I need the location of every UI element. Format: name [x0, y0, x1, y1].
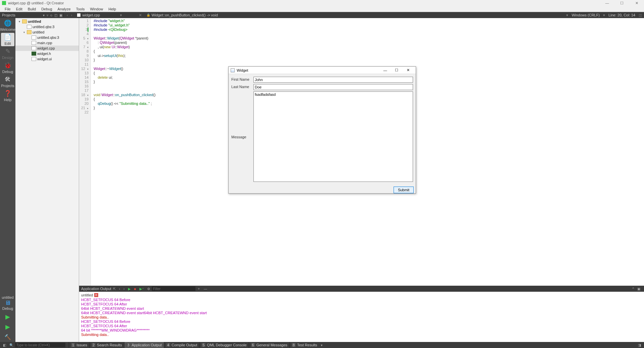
- breadcrumb[interactable]: 🔒 Widget::on_pushButton_clicked() -> voi…: [144, 13, 566, 17]
- mode-debug[interactable]: 🐞Debug: [1, 61, 14, 74]
- mode-edit[interactable]: 📄Edit: [1, 33, 14, 46]
- output-header: Application Output ⇱ ‹ › ▶ ■ ▶⁺ ⚙ ＋ — ^ …: [79, 286, 644, 292]
- editor-tab[interactable]: widget.cpp ▾ ✕: [75, 13, 144, 17]
- more-outputs-icon[interactable]: ▾: [319, 343, 324, 347]
- help-icon: ❓: [4, 90, 11, 97]
- output-filter-input[interactable]: [152, 286, 195, 291]
- widget-close-button[interactable]: ✕: [402, 67, 414, 74]
- os-titlebar: widget.cpp @ untitled - Qt Creator — ☐ ✕: [0, 0, 644, 6]
- code-body[interactable]: #include "widget.h"#include "ui_widget.h…: [91, 18, 158, 286]
- output-body[interactable]: untitled ✕ HCBT_SETFOCUS 64 Before HCBT_…: [79, 292, 644, 342]
- hammer-icon: 🔨: [4, 334, 11, 340]
- output-line: HCBT_SETFOCUS 64 Before: [81, 320, 642, 324]
- run-debug-button[interactable]: ▶: [0, 322, 15, 332]
- cursor-position[interactable]: Line: 20, Col: 14: [608, 13, 635, 17]
- split-icon[interactable]: ◫: [53, 13, 58, 17]
- mode-projects[interactable]: 🛠Projects: [1, 75, 14, 88]
- edit-icon: 📄: [4, 33, 11, 41]
- run-button[interactable]: ▶: [0, 312, 15, 322]
- menu-window[interactable]: Window: [87, 7, 106, 11]
- message-textarea[interactable]: [253, 91, 413, 182]
- output-tab[interactable]: untitled ✕: [81, 292, 642, 298]
- kit-config: Debug: [2, 306, 13, 310]
- nav-forward-button[interactable]: ›: [70, 13, 73, 17]
- menu-build[interactable]: Build: [25, 7, 39, 11]
- output-rerun-icon[interactable]: ▶⁺: [138, 287, 145, 291]
- status-tab-application-output[interactable]: 3Application Output: [124, 342, 164, 348]
- dropdown-icon[interactable]: ▾: [120, 13, 122, 17]
- projects-label: Projects: [2, 13, 15, 17]
- twisty-icon[interactable]: ▾: [23, 31, 27, 34]
- menu-analyze[interactable]: Analyze: [55, 7, 73, 11]
- dropdown-icon[interactable]: ▾: [566, 13, 568, 17]
- output-tab-label: untitled: [81, 293, 93, 297]
- menu-edit[interactable]: Edit: [13, 7, 25, 11]
- editor-tab-label: widget.cpp: [82, 13, 100, 17]
- widget-maximize-button[interactable]: ☐: [391, 67, 402, 74]
- output-stop-icon[interactable]: ■: [132, 287, 138, 291]
- menu-help[interactable]: Help: [106, 7, 119, 11]
- tree-item[interactable]: widget.h: [15, 51, 79, 56]
- tree-item[interactable]: widget.ui: [15, 56, 79, 62]
- mode-sidebar: 🌐Welcome📄Edit✎Design🐞Debug🛠Projects❓Help…: [0, 18, 15, 342]
- tree-item[interactable]: widget.cpp: [15, 46, 79, 51]
- encoding-label[interactable]: Windows (CRLF): [572, 13, 600, 17]
- widget-window[interactable]: Widget — ☐ ✕ First Name Last Name Messag…: [228, 66, 416, 194]
- close-output-tab-button[interactable]: ✕: [94, 293, 98, 297]
- output-settings-icon[interactable]: ⚙: [145, 287, 152, 291]
- minimize-button[interactable]: —: [600, 0, 614, 6]
- output-title: Application Output: [81, 287, 111, 291]
- status-tab-search-results[interactable]: 2Search Results: [89, 342, 124, 348]
- output-prev-icon[interactable]: ‹: [117, 287, 122, 291]
- toggle-sidebar-icon[interactable]: ◧: [1, 343, 8, 347]
- last-name-input[interactable]: [253, 84, 413, 90]
- output-add-icon[interactable]: ＋: [195, 286, 202, 291]
- tree-item[interactable]: untitled.qbs:3: [15, 24, 79, 29]
- projects-icon: 🛠: [5, 76, 11, 83]
- status-tab-general-messages[interactable]: 6General Messages: [249, 342, 289, 348]
- status-tab-issues[interactable]: 1Issues: [69, 342, 89, 348]
- nav-arrows: ‹ ›: [64, 13, 75, 17]
- close-tab-button[interactable]: ✕: [139, 13, 142, 17]
- output-next-icon[interactable]: ›: [122, 287, 126, 291]
- widget-form: First Name Last Name Message: [229, 74, 416, 185]
- output-run-icon[interactable]: ▶: [126, 287, 132, 291]
- widget-minimize-button[interactable]: —: [379, 67, 391, 74]
- output-attach-icon[interactable]: ⇱: [111, 287, 117, 291]
- kit-name: untitled: [2, 295, 13, 299]
- menu-debug[interactable]: Debug: [39, 7, 55, 11]
- build-button[interactable]: 🔨: [0, 332, 15, 342]
- submit-button[interactable]: Submit: [394, 187, 414, 193]
- close-button[interactable]: ✕: [629, 0, 644, 6]
- mode-welcome[interactable]: 🌐Welcome: [1, 19, 14, 32]
- close-pane-icon[interactable]: ▣: [58, 13, 63, 17]
- filter-funnel-icon[interactable]: ▿: [46, 13, 49, 17]
- output-remove-icon[interactable]: —: [202, 287, 209, 291]
- nav-back-button[interactable]: ‹: [66, 13, 69, 17]
- tree-item[interactable]: untitled.qbs:3: [15, 35, 79, 40]
- menu-tools[interactable]: Tools: [73, 7, 87, 11]
- mode-help[interactable]: ❓Help: [1, 89, 14, 102]
- tree-item[interactable]: ▾untitled: [15, 29, 79, 35]
- status-tab-test-results[interactable]: 8Test Results: [289, 342, 319, 348]
- tree-item[interactable]: ▾untitled: [15, 19, 79, 24]
- locator-input[interactable]: [15, 343, 65, 347]
- link-icon[interactable]: ⎋: [49, 13, 53, 17]
- twisty-icon[interactable]: ▾: [19, 20, 22, 23]
- filter-icon[interactable]: ▾: [42, 13, 46, 17]
- toggle-right-sidebar-icon[interactable]: ◨: [636, 343, 643, 347]
- split-editor-icon[interactable]: ◫: [639, 13, 642, 17]
- project-tree[interactable]: ▾untitleduntitled.qbs:3▾untitleduntitled…: [15, 18, 79, 342]
- status-tab-compile-output[interactable]: 4Compile Output: [164, 342, 199, 348]
- dropdown-icon[interactable]: ▾: [603, 13, 605, 17]
- search-icon[interactable]: 🔍: [8, 343, 15, 347]
- tree-item[interactable]: main.cpp: [15, 40, 79, 46]
- output-maximize-icon[interactable]: ^: [631, 287, 636, 291]
- maximize-button[interactable]: ☐: [614, 0, 629, 6]
- first-name-input[interactable]: [253, 77, 413, 83]
- kit-selector[interactable]: untitled 🖥 Debug: [0, 295, 15, 310]
- status-tab-qml-debugger-console[interactable]: 5QML Debugger Console: [199, 342, 248, 348]
- output-close-icon[interactable]: ▣: [636, 287, 642, 291]
- menu-file[interactable]: File: [2, 7, 13, 11]
- widget-titlebar[interactable]: Widget — ☐ ✕: [229, 67, 416, 74]
